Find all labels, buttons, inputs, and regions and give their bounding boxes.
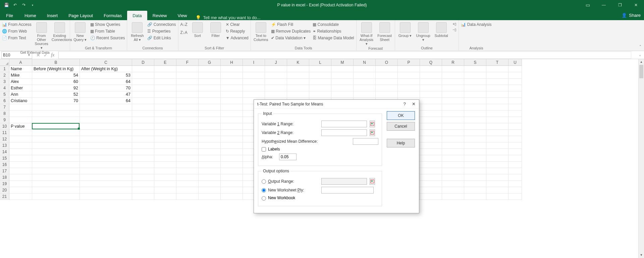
cell[interactable] (376, 66, 398, 72)
cell[interactable] (508, 168, 522, 174)
sort-button[interactable]: Sort (190, 22, 206, 38)
cell[interactable] (442, 187, 464, 194)
cell[interactable] (176, 142, 199, 149)
cell[interactable] (508, 130, 522, 136)
cell[interactable] (464, 187, 486, 194)
cell[interactable] (132, 111, 154, 117)
cell[interactable] (176, 130, 199, 136)
cell[interactable] (508, 142, 522, 149)
cell[interactable] (221, 130, 243, 136)
column-header[interactable]: T (486, 59, 508, 66)
redo-icon[interactable]: ↷ (21, 2, 27, 8)
row-header[interactable]: 17 (0, 168, 9, 174)
cell[interactable] (154, 98, 176, 104)
labels-checkbox-label[interactable]: Labels (262, 147, 280, 152)
cell[interactable] (508, 187, 522, 194)
cell[interactable] (287, 91, 309, 98)
cell[interactable] (464, 194, 486, 200)
collapse-ribbon-icon[interactable]: ˄ (639, 45, 641, 49)
var1-input[interactable] (321, 121, 367, 127)
cell[interactable] (420, 174, 442, 181)
ribbon-options-icon[interactable]: ▭ (580, 0, 596, 10)
cell[interactable] (80, 117, 132, 123)
text-to-columns-button[interactable]: Text to Columns (253, 22, 269, 42)
scroll-thumb[interactable] (639, 65, 643, 78)
cell[interactable] (221, 142, 243, 149)
cell[interactable] (442, 136, 464, 142)
cell[interactable] (32, 168, 80, 174)
cell[interactable] (486, 168, 508, 174)
cell[interactable] (508, 155, 522, 162)
cell[interactable] (154, 130, 176, 136)
manage-data-model-button[interactable]: 🗄 Manage Data Model (313, 35, 354, 41)
cell[interactable] (132, 136, 154, 142)
cell[interactable] (221, 66, 243, 72)
qat-customize-icon[interactable]: ▾ (30, 2, 36, 8)
cell[interactable]: 70 (80, 85, 132, 91)
cell[interactable] (508, 85, 522, 91)
new-worksheet-radio-label[interactable]: New Worksheet Ply: (262, 188, 319, 192)
cell[interactable] (80, 194, 132, 200)
row-header[interactable]: 5 (0, 91, 9, 98)
cell[interactable] (464, 104, 486, 111)
cell[interactable] (199, 66, 221, 72)
row-header[interactable]: 21 (0, 194, 9, 200)
cell[interactable] (420, 130, 442, 136)
cell[interactable] (80, 104, 132, 111)
cell[interactable] (154, 162, 176, 168)
cell[interactable]: Ann (9, 91, 32, 98)
cell[interactable] (243, 91, 265, 98)
cell[interactable] (32, 123, 80, 130)
cell[interactable] (176, 162, 199, 168)
cell[interactable] (464, 85, 486, 91)
cell[interactable] (9, 117, 32, 123)
cell[interactable] (199, 174, 221, 181)
cell[interactable] (176, 149, 199, 155)
cell[interactable] (9, 142, 32, 149)
cell[interactable] (132, 66, 154, 72)
tab-formulas[interactable]: Formulas (98, 11, 127, 20)
scroll-down-icon[interactable]: ▼ (639, 252, 644, 258)
column-header[interactable]: I (243, 59, 265, 66)
cell[interactable] (199, 136, 221, 142)
cell[interactable] (420, 66, 442, 72)
cell[interactable] (486, 79, 508, 85)
cell[interactable] (154, 66, 176, 72)
cell[interactable] (154, 111, 176, 117)
cell[interactable] (243, 66, 265, 72)
cell[interactable] (9, 104, 32, 111)
cell[interactable] (80, 130, 132, 136)
cell[interactable] (199, 91, 221, 98)
cell[interactable] (486, 162, 508, 168)
cell[interactable] (398, 72, 420, 79)
cell[interactable] (464, 174, 486, 181)
cell[interactable] (132, 130, 154, 136)
cell[interactable] (154, 91, 176, 98)
cell[interactable] (287, 79, 309, 85)
cell[interactable] (508, 98, 522, 104)
tell-me-box[interactable]: 💡 Tell me what you want to do... (196, 15, 260, 20)
cell[interactable] (80, 181, 132, 187)
cell[interactable] (176, 136, 199, 142)
cell[interactable] (508, 117, 522, 123)
cell[interactable] (221, 168, 243, 174)
dialog-title-bar[interactable]: t-Test: Paired Two Sample for Means ? ✕ (254, 100, 419, 109)
column-header[interactable]: L (309, 59, 331, 66)
cell[interactable] (464, 130, 486, 136)
tab-page-layout[interactable]: Page Layout (63, 11, 98, 20)
cell[interactable] (398, 79, 420, 85)
cell[interactable] (464, 136, 486, 142)
minimize-button[interactable]: — (596, 0, 612, 10)
cell[interactable] (154, 104, 176, 111)
new-query-button[interactable]: New Query ▾ (72, 22, 88, 42)
cell[interactable] (176, 194, 199, 200)
cell[interactable] (442, 162, 464, 168)
cell[interactable] (80, 111, 132, 117)
cell[interactable] (9, 149, 32, 155)
cell[interactable] (442, 168, 464, 174)
cell[interactable] (154, 136, 176, 142)
new-worksheet-input[interactable] (321, 187, 374, 194)
cell[interactable] (80, 174, 132, 181)
labels-checkbox[interactable] (262, 147, 266, 152)
cell[interactable] (132, 155, 154, 162)
